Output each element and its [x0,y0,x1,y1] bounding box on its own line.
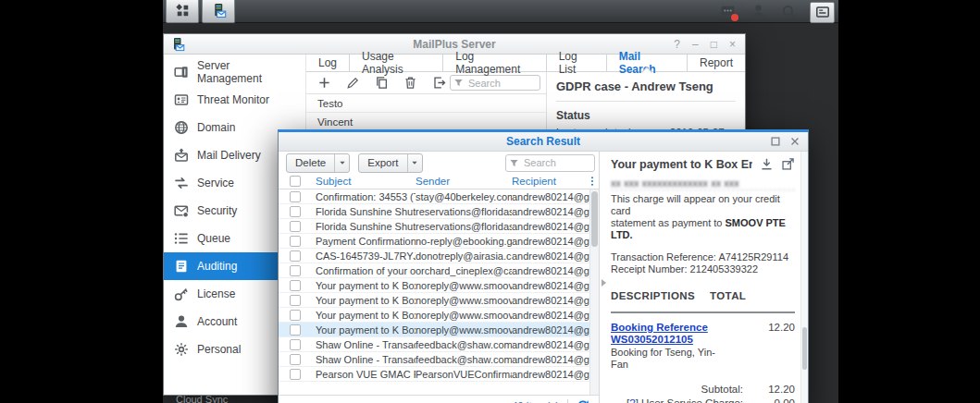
taskbar-chat-button[interactable] [718,3,737,21]
column-header-recipient[interactable]: Recipient [512,176,599,187]
mail-delivery-icon [173,148,189,164]
case-search-box[interactable] [450,75,540,91]
email-row[interactable]: Shaw Online - Transaction ...feedback@sh… [279,337,589,352]
email-sender: stay@40berkeley.com [416,191,512,202]
export-task-button[interactable] [432,76,446,90]
email-subject: Your payment to K Box Ent... [316,324,416,336]
email-recipient: andrew80214@gm... [512,221,589,232]
email-row[interactable]: Florida Sunshine Shuttle Re...reservatio… [279,204,589,219]
booking-reference-link[interactable]: Booking Reference WS03052012105 [611,322,752,346]
taskbar-app-button[interactable] [166,0,199,23]
email-recipient: andrew80214@gm... [512,206,589,217]
table-scrollbar[interactable] [589,189,599,395]
copy-button[interactable] [375,76,389,90]
email-row[interactable]: Florida Sunshine Shuttle Re...reservatio… [279,219,589,234]
close-icon[interactable] [789,136,800,147]
sidebar-item-label: Mail Delivery [197,149,261,162]
row-checkbox[interactable] [290,236,301,247]
email-sender: noreply@www.smoov... [416,310,512,321]
sidebar-item-server-management[interactable]: Server Management [164,58,305,86]
case-list-item[interactable]: Testo [306,94,546,113]
email-row[interactable]: Payment Confirmation RTX...no-reply@eboo… [279,234,589,249]
row-checkbox[interactable] [290,265,301,276]
maximize-icon[interactable] [770,136,781,147]
row-checkbox[interactable] [290,369,301,380]
row-checkbox[interactable] [290,206,301,217]
delete-button[interactable] [403,76,417,90]
row-checkbox[interactable] [290,310,301,321]
tab-log-management[interactable]: Log Management [442,55,545,71]
result-search-input[interactable] [522,156,591,169]
delete-button[interactable]: Delete [287,154,334,172]
email-recipient: andrew80214@gm... [512,191,589,202]
row-checkbox[interactable] [290,280,301,291]
email-row[interactable]: Shaw Online - Transaction ...feedback@sh… [279,352,589,367]
redacted-line: xx xxx xxxxxxxxxxxxx xx xxx [611,177,795,190]
row-checkbox[interactable] [290,339,301,350]
column-options-icon[interactable] [587,176,598,187]
tab-report[interactable]: Report [687,55,745,71]
refresh-button[interactable] [577,399,589,403]
row-checkbox[interactable] [290,354,301,365]
email-row[interactable]: CAS-1645739-JL7RYJ CRM:...donotreply@air… [279,249,589,263]
scrollbar-thumb[interactable] [591,191,598,247]
maximize-button[interactable]: □ [711,39,717,50]
preview-scrollbar[interactable] [800,152,808,403]
email-recipient: andrew80214@gm... [512,310,589,321]
column-header-subject[interactable]: Subject [316,176,416,187]
tab-log[interactable]: Log [306,55,349,71]
open-external-icon[interactable] [781,157,795,171]
email-row[interactable]: Pearson VUE GMAC ReceiptPearsonVUEConfir… [279,367,589,382]
result-search-box[interactable] [505,154,595,172]
edit-button[interactable] [346,76,360,90]
email-row[interactable]: Confirmation of your orderorchard_cinepl… [279,263,589,278]
tab-log-list[interactable]: Log List [546,55,606,71]
taskbar-search-button[interactable] [779,3,798,21]
row-checkbox[interactable] [290,221,301,232]
row-checkbox[interactable] [290,250,301,262]
email-preview-pane: Your payment to K Box Entert... xx xxx x… [600,152,808,403]
collapse-pane-arrow-icon[interactable] [602,279,606,287]
email-subject: Confirmation: 34553 (Tseng) [316,191,416,202]
scrollbar-thumb[interactable] [802,327,807,370]
email-row[interactable]: Confirmation: 34553 (Tseng)stay@40berkel… [279,189,589,204]
minimize-button[interactable]: – [692,39,699,50]
case-list-item[interactable]: Vincent [306,113,546,131]
divider [567,399,568,403]
taskbar-user-button[interactable] [749,3,767,21]
close-button[interactable]: × [729,39,736,50]
row-checkbox[interactable] [290,324,301,336]
export-dropdown-button[interactable] [407,154,422,172]
row-checkbox[interactable] [290,295,301,306]
service-charge-label: [?] User Service Charge: [626,397,743,403]
dialog-titlebar[interactable]: Search Result [279,132,808,152]
email-recipient: andrew80214@gm... [512,265,589,276]
email-row[interactable]: Your payment to K Box Ent...noreply@www.… [279,293,589,308]
descriptions-header: DESCRIPTIONS [611,290,710,301]
delete-dropdown-button[interactable] [334,154,349,172]
auditing-icon [173,259,189,275]
table-footer: 40 item(s) [279,395,599,403]
email-row[interactable]: Your payment to K Box Ent...noreply@www.… [279,278,589,293]
taskbar-app-button[interactable] [202,0,235,23]
taskbar-widgets-button[interactable] [810,2,835,23]
booking-for-text: Fan [611,359,628,370]
select-all-checkbox[interactable] [290,176,301,187]
email-sender: reservations@floridas... [416,206,512,217]
email-row[interactable]: Your payment to K Box Ent...noreply@www.… [279,308,589,323]
email-recipient: andrew80214@gm... [512,236,589,247]
email-row[interactable]: Your payment to K Box Ent...noreply@www.… [279,323,589,337]
export-button[interactable]: Export [359,154,406,172]
case-search-input[interactable] [466,77,537,90]
row-checkbox[interactable] [290,191,301,202]
add-button[interactable] [317,76,331,90]
tab-mail-search[interactable]: Mail Search [606,55,687,71]
booking-amount: 12.20 [752,322,795,346]
help-button[interactable]: ? [674,39,680,50]
sidebar-item-threat-monitor[interactable]: Threat Monitor [164,86,305,114]
download-icon[interactable] [760,157,774,171]
export-split-button: Export [358,153,422,173]
column-header-sender[interactable]: Sender [416,176,512,187]
result-table-pane: Delete Export [279,152,600,403]
tab-usage-analysis[interactable]: Usage Analysis [349,55,442,71]
